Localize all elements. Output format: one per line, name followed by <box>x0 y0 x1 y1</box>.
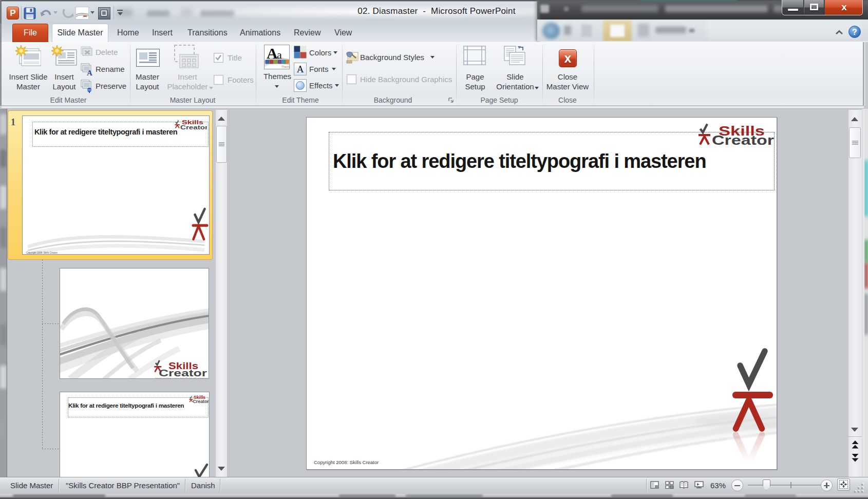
svg-text:A: A <box>87 69 92 76</box>
svg-text:Creator: Creator <box>159 368 207 378</box>
svg-text:a: a <box>277 48 282 61</box>
svg-text:Increasing your intellectual c: Increasing your intellectual capital <box>155 377 207 378</box>
svg-text:Creator: Creator <box>193 399 210 404</box>
svg-text:Creator: Creator <box>180 124 207 130</box>
svg-text:A: A <box>267 45 278 62</box>
svg-text:Themes: Themes <box>281 65 289 68</box>
svg-text:Creator: Creator <box>712 132 774 148</box>
